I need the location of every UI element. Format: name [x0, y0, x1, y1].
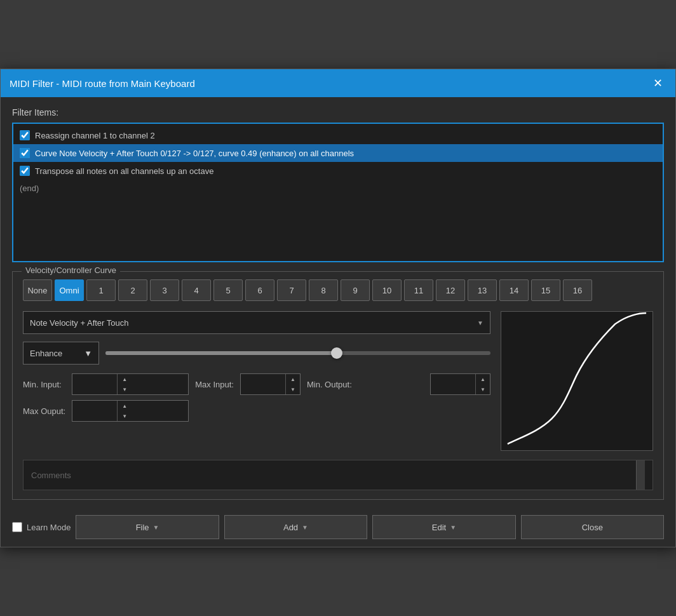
min-output-spinbox[interactable]: 0 ▲ ▼	[430, 373, 490, 395]
channel-buttons-row: NoneOmni12345678910111213141516	[23, 279, 653, 301]
max-output-arrows: ▲ ▼	[117, 401, 132, 421]
edit-label: Edit	[432, 523, 446, 532]
curve-svg	[501, 312, 652, 450]
close-window-button[interactable]: ✕	[649, 74, 666, 92]
curve-type-dropdown[interactable]: Note Velocity + After Touch ▼	[23, 311, 490, 334]
edit-button[interactable]: Edit ▼	[372, 515, 515, 539]
enhance-arrow: ▼	[84, 349, 92, 358]
min-output-down[interactable]: ▼	[476, 384, 490, 394]
learn-mode-checkbox[interactable]	[12, 522, 22, 532]
comments-scrollbar[interactable]	[636, 460, 645, 490]
min-input-spinbox[interactable]: 0 ▲ ▼	[72, 373, 189, 395]
channel-button-4[interactable]: 4	[182, 279, 211, 301]
max-output-label: Max Ouput:	[23, 406, 65, 416]
curve-type-row: Note Velocity + After Touch ▼	[23, 311, 490, 334]
bottom-bar: Learn Mode File ▼ Add ▼ Edit ▼ Close	[1, 509, 675, 547]
filter-items-label: Filter Items:	[12, 107, 664, 117]
max-input-spinbox[interactable]: 127 ▲ ▼	[240, 373, 301, 395]
max-output-spinbox[interactable]: 127 ▲ ▼	[72, 400, 189, 422]
channel-button-1[interactable]: 1	[86, 279, 116, 301]
section-legend: Velocity/Controller Curve	[22, 265, 120, 275]
filter-end-text: (end)	[13, 180, 663, 197]
filter-item[interactable]: Curve Note Velocity + After Touch 0/127 …	[13, 144, 663, 162]
curve-type-value: Note Velocity + After Touch	[30, 318, 129, 328]
min-output-label: Min. Output:	[307, 380, 424, 389]
channel-button-16[interactable]: 16	[563, 279, 592, 301]
min-output-field[interactable]: 0	[431, 380, 475, 389]
channel-button-6[interactable]: 6	[245, 279, 274, 301]
add-label: Add	[283, 523, 298, 532]
window-title: MIDI Filter - MIDI route from Main Keybo…	[10, 78, 195, 89]
slider-fill	[105, 351, 337, 355]
enhance-value: Enhance	[30, 349, 62, 358]
filter-item[interactable]: Reassign channel 1 to channel 2	[13, 126, 663, 144]
controls-left: Note Velocity + After Touch ▼ Enhance ▼	[23, 311, 490, 422]
main-window: MIDI Filter - MIDI route from Main Keybo…	[0, 69, 676, 547]
max-input-label: Max Input:	[195, 380, 234, 389]
channel-button-10[interactable]: 10	[372, 279, 402, 301]
slider-thumb[interactable]	[331, 347, 342, 359]
edit-arrow: ▼	[450, 524, 456, 531]
channel-button-2[interactable]: 2	[118, 279, 147, 301]
add-button[interactable]: Add ▼	[224, 515, 367, 539]
close-label: Close	[582, 523, 603, 532]
max-input-up[interactable]: ▲	[286, 374, 300, 384]
channel-button-12[interactable]: 12	[436, 279, 465, 301]
input-output-grid: Min. Input: 0 ▲ ▼ Max Input: 127	[23, 373, 490, 422]
channel-button-7[interactable]: 7	[277, 279, 306, 301]
channel-button-11[interactable]: 11	[404, 279, 433, 301]
filter-item-text: Transpose all notes on all channels up a…	[35, 166, 213, 176]
min-input-label: Min. Input:	[23, 380, 65, 389]
channel-button-none[interactable]: None	[23, 279, 52, 301]
min-input-down[interactable]: ▼	[118, 384, 132, 394]
filter-item-text: Reassign channel 1 to channel 2	[35, 131, 155, 140]
max-input-field[interactable]: 127	[241, 380, 285, 389]
channel-button-5[interactable]: 5	[213, 279, 243, 301]
filter-item-checkbox[interactable]	[20, 148, 30, 158]
filter-item-checkbox[interactable]	[20, 166, 30, 176]
channel-button-3[interactable]: 3	[150, 279, 179, 301]
max-output-down[interactable]: ▼	[118, 411, 132, 421]
learn-mode-container: Learn Mode	[12, 522, 71, 532]
min-input-field[interactable]: 0	[72, 380, 117, 389]
learn-mode-label: Learn Mode	[27, 523, 71, 532]
file-arrow: ▼	[153, 524, 159, 531]
file-label: File	[136, 523, 149, 532]
enhance-slider-row: Enhance ▼	[23, 342, 490, 365]
channel-button-15[interactable]: 15	[531, 279, 560, 301]
add-arrow: ▼	[302, 524, 308, 531]
curve-type-arrow: ▼	[477, 319, 483, 326]
title-bar: MIDI Filter - MIDI route from Main Keybo…	[1, 69, 675, 97]
filter-item-checkbox[interactable]	[20, 130, 30, 140]
channel-button-14[interactable]: 14	[499, 279, 529, 301]
velocity-curve-section: Velocity/Controller Curve NoneOmni123456…	[12, 271, 664, 500]
main-content: Filter Items: Reassign channel 1 to chan…	[1, 97, 675, 509]
min-output-arrows: ▲ ▼	[475, 374, 490, 394]
filter-list: Reassign channel 1 to channel 2Curve Not…	[12, 123, 664, 262]
max-input-arrows: ▲ ▼	[285, 374, 300, 394]
curve-graph	[501, 311, 653, 451]
comments-placeholder: Comments	[31, 471, 71, 480]
enhance-dropdown[interactable]: Enhance ▼	[23, 342, 99, 365]
close-button[interactable]: Close	[521, 515, 664, 539]
max-output-up[interactable]: ▲	[118, 401, 132, 411]
max-input-down[interactable]: ▼	[286, 384, 300, 394]
curve-slider-track[interactable]	[105, 351, 490, 355]
channel-button-8[interactable]: 8	[309, 279, 338, 301]
channel-button-omni[interactable]: Omni	[55, 279, 84, 301]
filter-item-text: Curve Note Velocity + After Touch 0/127 …	[35, 149, 354, 158]
curve-controls: Note Velocity + After Touch ▼ Enhance ▼	[23, 311, 653, 451]
comments-bar[interactable]: Comments	[23, 460, 653, 490]
min-input-up[interactable]: ▲	[118, 374, 132, 384]
filter-item[interactable]: Transpose all notes on all channels up a…	[13, 162, 663, 180]
channel-button-13[interactable]: 13	[468, 279, 497, 301]
min-input-arrows: ▲ ▼	[117, 374, 132, 394]
min-output-up[interactable]: ▲	[476, 374, 490, 384]
file-button[interactable]: File ▼	[76, 515, 219, 539]
channel-button-9[interactable]: 9	[341, 279, 370, 301]
max-output-field[interactable]: 127	[72, 406, 117, 416]
